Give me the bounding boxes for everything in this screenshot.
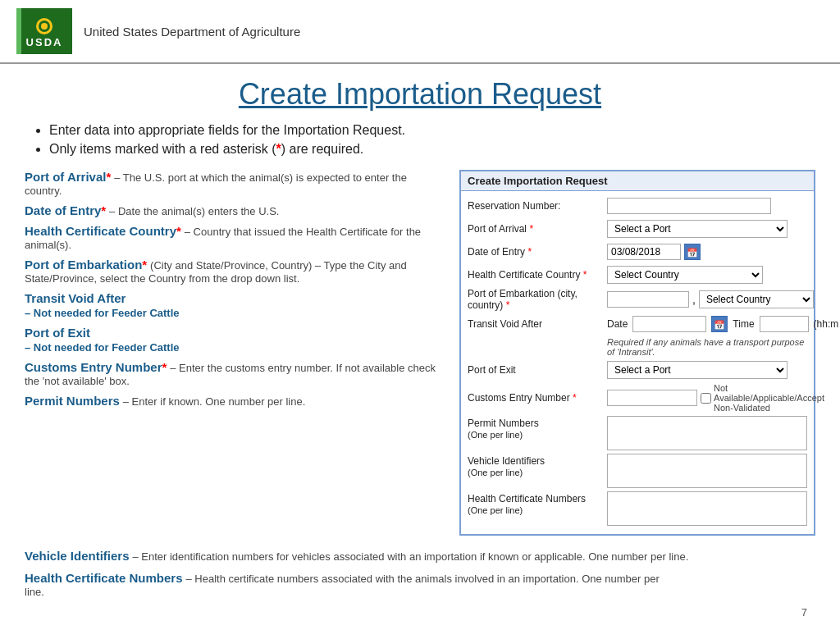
two-col-layout: Port of Arrival* – The U.S. port at whic…	[25, 170, 815, 536]
form-row-reservation: Reservation Number:	[468, 196, 807, 216]
form-row-vehicle: Vehicle Identifiers(One per line)	[468, 454, 807, 488]
field-desc-exit: – Not needed for Feeder Cattle	[25, 341, 443, 354]
health-cert-numbers-label: Health Certificate Numbers(One per line)	[468, 491, 607, 516]
reservation-input[interactable]	[607, 198, 771, 214]
field-title-date-of-entry: Date of Entry*	[25, 203, 106, 217]
field-desc-vehicle: – Enter identification numbers for vehic…	[132, 550, 688, 563]
field-title-port-of-arrival: Port of Arrival*	[25, 170, 111, 184]
form-row-port-exit: Port of Exit Select a Port	[468, 360, 807, 380]
transit-control: Date 📅 Time (hh:m	[607, 316, 838, 332]
field-title-health-cert-num: Health Certificate Numbers	[25, 571, 183, 585]
health-cert-select[interactable]: Select Country	[607, 266, 763, 284]
svg-rect-5	[16, 8, 21, 54]
bottom-fields: Vehicle Identifiers – Enter identificati…	[25, 549, 815, 598]
svg-text:USDA: USDA	[26, 36, 63, 48]
not-available-checkbox[interactable]	[701, 393, 711, 404]
port-exit-select[interactable]: Select a Port	[607, 361, 788, 379]
field-port-of-exit: Port of Exit – Not needed for Feeder Cat…	[25, 326, 443, 354]
port-arrival-select[interactable]: Select a Port	[607, 220, 788, 238]
customs-control: Not Available/Applicable/Accept Non-Vali…	[607, 383, 824, 413]
not-available-label: Not Available/Applicable/Accept Non-Vali…	[701, 383, 824, 413]
field-title-embarkation: Port of Embarkation*	[25, 258, 147, 272]
usda-logo: USDA United States Department of Agricul…	[16, 8, 300, 54]
embarkation-country-select[interactable]: Select Country	[699, 290, 814, 308]
field-health-cert-country: Health Certificate Country* – Country th…	[25, 224, 443, 251]
transit-time-hint: (hh:m	[814, 318, 839, 330]
field-vehicle-identifiers: Vehicle Identifiers – Enter identificati…	[25, 549, 815, 563]
health-cert-control: Select Country	[607, 266, 807, 284]
form-row-port-arrival: Port of Arrival * Select a Port	[468, 219, 807, 239]
customs-input[interactable]	[607, 390, 697, 406]
port-exit-label: Port of Exit	[468, 364, 607, 376]
field-desc-health-cert-num-cont: line.	[25, 586, 44, 598]
right-col: Create Importation Request Reservation N…	[459, 170, 815, 536]
form-row-health-cert-numbers: Health Certificate Numbers(One per line)	[468, 491, 807, 526]
field-desc-health-cert-num: – Health certificate numbers associated …	[185, 573, 659, 585]
embarkation-control: , Select Country	[607, 290, 814, 308]
form-body: Reservation Number: Port of Arrival * Se…	[461, 191, 814, 534]
permits-label: Permit Numbers(One per line)	[468, 416, 607, 441]
permits-textarea[interactable]	[607, 416, 807, 450]
field-title-health-cert: Health Certificate Country*	[25, 224, 181, 238]
reservation-label: Reservation Number:	[468, 200, 607, 212]
transit-time-input[interactable]	[760, 316, 809, 332]
form-panel-title: Create Importation Request	[461, 171, 814, 191]
field-title-exit: Port of Exit	[25, 326, 90, 340]
field-transit-void: Transit Void After – Not needed for Feed…	[25, 291, 443, 319]
form-row-customs: Customs Entry Number * Not Available/App…	[468, 383, 807, 413]
health-cert-numbers-textarea[interactable]	[607, 491, 807, 526]
vehicle-textarea[interactable]	[607, 454, 807, 488]
left-col: Port of Arrival* – The U.S. port at whic…	[25, 170, 443, 414]
port-arrival-control: Select a Port	[607, 220, 807, 238]
intro-bullets: Enter data into appropriate fields for t…	[25, 123, 815, 157]
permits-control	[607, 416, 807, 450]
field-port-of-arrival: Port of Arrival* – The U.S. port at whic…	[25, 170, 443, 197]
port-arrival-label: Port of Arrival *	[468, 223, 607, 235]
page-number: 7	[25, 606, 815, 619]
main-content: Create Importation Request Enter data in…	[0, 64, 840, 630]
transit-time-label: Time	[733, 318, 754, 330]
dept-name-label: United States Department of Agriculture	[84, 25, 300, 39]
field-customs-entry: Customs Entry Number* – Enter the custom…	[25, 360, 443, 387]
transit-date-input[interactable]	[632, 316, 706, 332]
transit-note-text: Required if any animals have a transport…	[607, 337, 807, 357]
vehicle-label: Vehicle Identifiers(One per line)	[468, 454, 607, 478]
field-permit-numbers: Permit Numbers – Enter if known. One num…	[25, 394, 443, 408]
usda-logo-svg: USDA	[16, 8, 72, 54]
form-panel: Create Importation Request Reservation N…	[459, 170, 815, 536]
form-row-transit: Transit Void After Date 📅 Time (hh:m	[468, 314, 807, 334]
embarkation-label: Port of Embarkation (city, country) *	[468, 288, 607, 311]
asterisk-example: *	[276, 142, 281, 156]
field-health-cert-numbers: Health Certificate Numbers – Health cert…	[25, 571, 815, 598]
page-title: Create Importation Request	[25, 77, 815, 112]
field-date-of-entry: Date of Entry* – Date the animal(s) ente…	[25, 203, 443, 217]
transit-date-label: Date	[607, 318, 628, 330]
transit-row: Date 📅 Time (hh:m	[607, 316, 838, 332]
svg-point-3	[41, 23, 48, 30]
date-entry-label: Date of Entry *	[468, 246, 607, 258]
embarkation-city-input[interactable]	[607, 291, 689, 308]
field-port-of-embarkation: Port of Embarkation* (City and State/Pro…	[25, 258, 443, 285]
field-desc-permits: – Enter if known. One number per line.	[123, 395, 306, 408]
field-desc-date-of-entry: – Date the animal(s) enters the U.S.	[109, 205, 279, 217]
customs-label: Customs Entry Number *	[468, 392, 607, 404]
date-entry-calendar-icon[interactable]: 📅	[684, 244, 701, 260]
embarkation-separator: ,	[692, 293, 696, 306]
form-row-embarkation: Port of Embarkation (city, country) * , …	[468, 288, 807, 311]
field-desc-transit: – Not needed for Feeder Cattle	[25, 307, 443, 319]
field-title-customs: Customs Entry Number*	[25, 360, 167, 374]
field-title-permits: Permit Numbers	[25, 394, 120, 408]
form-row-date-entry: Date of Entry * 03/08/2018 📅	[468, 242, 807, 262]
transit-label: Transit Void After	[468, 318, 607, 330]
header: USDA United States Department of Agricul…	[0, 0, 840, 64]
port-exit-control: Select a Port	[607, 361, 807, 379]
form-row-health-cert: Health Certificate Country * Select Coun…	[468, 265, 807, 285]
reservation-control	[607, 198, 807, 214]
field-title-vehicle: Vehicle Identifiers	[25, 549, 130, 563]
field-title-transit: Transit Void After	[25, 291, 126, 305]
vehicle-control	[607, 454, 807, 488]
date-entry-control: 03/08/2018 📅	[607, 244, 807, 260]
transit-calendar-icon[interactable]: 📅	[711, 316, 728, 332]
bullet-2: Only items marked with a red asterisk (*…	[49, 142, 815, 157]
date-entry-input[interactable]: 03/08/2018	[607, 244, 681, 260]
